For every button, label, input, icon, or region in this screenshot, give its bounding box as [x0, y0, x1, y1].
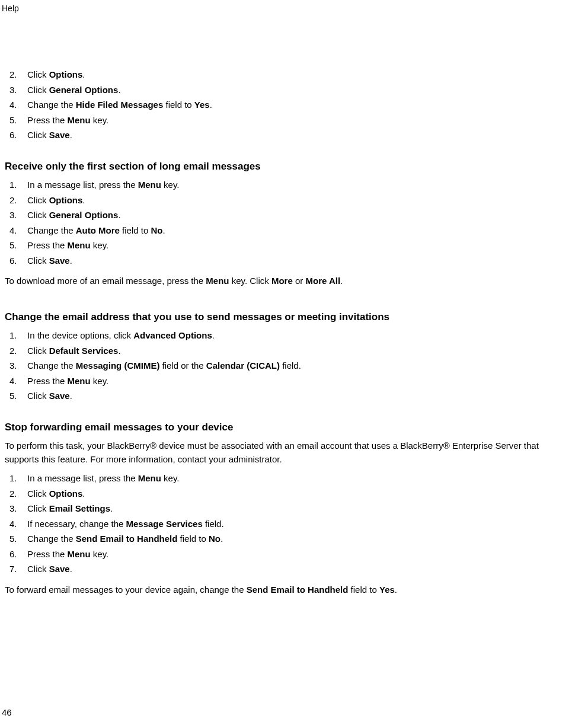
list-item: 4. Change the Auto More field to No.: [9, 224, 567, 238]
text: field to: [163, 100, 194, 110]
text: .: [210, 100, 212, 110]
list-number: 3.: [9, 209, 27, 222]
text: Click: [27, 85, 49, 95]
list-text: In the device options, click Advanced Op…: [27, 329, 567, 343]
list-number: 3.: [9, 359, 27, 373]
list-text: Press the Menu key.: [27, 548, 567, 561]
list-number: 3.: [9, 84, 27, 97]
section-heading: Stop forwarding email messages to your d…: [5, 420, 567, 435]
list-text: Click Options.: [27, 194, 567, 207]
text: .: [118, 210, 120, 220]
bold-text: Send Email to Handheld: [76, 534, 178, 544]
list-text: Press the Menu key.: [27, 239, 567, 253]
list-text: Change the Hide Filed Messages field to …: [27, 98, 567, 112]
bold-text: No: [209, 534, 221, 544]
list-text: Click Options.: [27, 68, 567, 82]
list-item: 5. Press the Menu key.: [9, 239, 567, 253]
text: Press the: [27, 376, 68, 386]
bold-text: Message Services: [126, 519, 203, 529]
list-number: 5.: [9, 239, 27, 253]
list-number: 2.: [9, 194, 27, 207]
list-item: 5. Click Save.: [9, 389, 567, 403]
bold-text: Menu: [138, 473, 161, 483]
text: Click: [27, 69, 49, 79]
list-text: Press the Menu key.: [27, 375, 567, 388]
text: key.: [91, 240, 109, 250]
list-text: Click Email Settings.: [27, 502, 567, 516]
header-label: Help: [2, 2, 19, 15]
text: .: [70, 564, 72, 574]
text: key.: [91, 115, 109, 125]
list-item: 2. Click Options.: [9, 68, 567, 82]
text: .: [162, 225, 165, 235]
list-section-0: 2. Click Options. 3. Click General Optio…: [9, 68, 567, 142]
list-item: 3. Click General Options.: [9, 209, 567, 222]
text: In a message list, press the: [27, 180, 138, 190]
list-number: 5.: [9, 114, 27, 127]
bold-text: Yes: [379, 585, 395, 595]
text: Click: [27, 488, 49, 499]
bold-text: Save: [49, 130, 70, 140]
list-text: Click Default Services.: [27, 344, 567, 358]
list-number: 3.: [9, 502, 27, 516]
text: field to: [120, 225, 151, 235]
section-heading: Change the email address that you use to…: [5, 309, 567, 325]
bold-text: Menu: [68, 376, 91, 386]
bold-text: Advanced Options: [133, 330, 212, 340]
text: .: [340, 276, 343, 286]
text: Click: [27, 210, 49, 220]
list-text: Press the Menu key.: [27, 114, 567, 127]
list-section-3: 1. In a message list, press the Menu key…: [9, 472, 567, 576]
bold-text: Calendar (CICAL): [206, 360, 280, 371]
page-content: 2. Click Options. 3. Click General Optio…: [0, 0, 572, 596]
bold-text: Email Settings: [49, 503, 110, 513]
list-number: 5.: [9, 532, 27, 546]
list-number: 4.: [9, 518, 27, 531]
text: In the device options, click: [27, 330, 133, 340]
list-number: 5.: [9, 389, 27, 403]
list-item: 4. Change the Hide Filed Messages field …: [9, 98, 567, 112]
text: .: [70, 391, 72, 401]
bold-text: Auto More: [76, 225, 120, 235]
text: .: [212, 330, 215, 340]
list-item: 4. Press the Menu key.: [9, 375, 567, 388]
text: field to: [348, 585, 379, 595]
bold-text: General Options: [49, 85, 119, 95]
text: Click: [27, 256, 49, 266]
list-item: 1. In a message list, press the Menu key…: [9, 472, 567, 486]
text: .: [82, 195, 85, 205]
list-number: 1.: [9, 178, 27, 192]
text: To download more of an email message, pr…: [5, 276, 206, 286]
text: Change the: [27, 534, 76, 544]
paragraph: To forward email messages to your device…: [5, 583, 567, 597]
bold-text: Save: [49, 564, 70, 574]
list-number: 4.: [9, 375, 27, 388]
text: In a message list, press the: [27, 473, 138, 483]
page-number: 46: [2, 706, 12, 720]
list-text: Click Options.: [27, 487, 567, 501]
list-text: Click Save.: [27, 389, 567, 403]
bold-text: Menu: [68, 549, 91, 559]
text: Click: [27, 130, 49, 140]
list-item: 6. Click Save.: [9, 254, 567, 268]
list-item: 2. Click Default Services.: [9, 344, 567, 358]
bold-text: Options: [49, 69, 83, 79]
bold-text: More: [271, 276, 293, 286]
list-number: 4.: [9, 98, 27, 112]
list-section-1: 1. In a message list, press the Menu key…: [9, 178, 567, 267]
list-text: Click Save.: [27, 129, 567, 142]
text: .: [118, 85, 120, 95]
list-number: 2.: [9, 68, 27, 82]
list-item: 2. Click Options.: [9, 487, 567, 501]
list-item: 7. Click Save.: [9, 563, 567, 576]
list-number: 6.: [9, 254, 27, 268]
list-item: 5. Change the Send Email to Handheld fie…: [9, 532, 567, 546]
list-item: 3. Click Email Settings.: [9, 502, 567, 516]
text: Click: [27, 195, 49, 205]
list-item: 3. Click General Options.: [9, 84, 567, 97]
list-item: 3. Change the Messaging (CMIME) field or…: [9, 359, 567, 373]
list-number: 6.: [9, 548, 27, 561]
text: If necessary, change the: [27, 519, 126, 529]
list-number: 4.: [9, 224, 27, 238]
text: Click: [27, 503, 49, 513]
